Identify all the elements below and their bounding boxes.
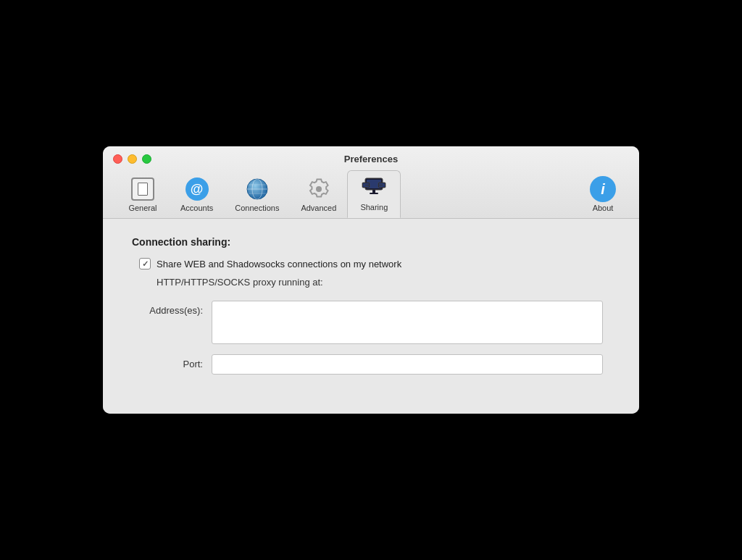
- maximize-button[interactable]: [142, 154, 151, 164]
- share-checkbox-label: Share WEB and Shadowsocks connections on…: [157, 259, 401, 269]
- titlebar: Preferences General @: [103, 146, 639, 219]
- tab-connections[interactable]: Connections: [224, 171, 290, 218]
- connections-icon: [244, 176, 270, 202]
- section-title: Connection sharing:: [132, 236, 610, 248]
- close-button[interactable]: [113, 154, 122, 164]
- tab-group: General @ Accounts: [116, 170, 580, 218]
- address-row: Address(es):: [132, 301, 610, 344]
- tab-accounts[interactable]: @ Accounts: [170, 171, 224, 218]
- port-label: Port:: [132, 354, 212, 369]
- share-checkbox[interactable]: [139, 258, 151, 269]
- port-input[interactable]: [212, 354, 603, 375]
- accounts-icon: @: [184, 176, 210, 202]
- tab-sharing[interactable]: Sharing: [347, 170, 401, 218]
- tab-advanced-label: Advanced: [301, 204, 336, 212]
- tab-connections-label: Connections: [235, 204, 279, 212]
- traffic-lights: [113, 154, 151, 164]
- toolbar: General @ Accounts: [113, 170, 629, 218]
- tab-sharing-label: Sharing: [360, 203, 388, 212]
- preferences-window: Preferences General @: [103, 146, 639, 414]
- svg-rect-8: [370, 193, 378, 194]
- proxy-info-text: HTTP/HTTPS/SOCKS proxy running at:: [157, 277, 610, 288]
- about-icon: i: [590, 176, 616, 202]
- tab-general[interactable]: General: [116, 171, 170, 218]
- svg-rect-7: [372, 190, 375, 193]
- tab-accounts-label: Accounts: [180, 204, 213, 212]
- about-label: About: [593, 204, 614, 212]
- general-icon: [130, 176, 156, 202]
- advanced-icon: [306, 176, 332, 202]
- window-title: Preferences: [344, 154, 398, 164]
- about-button[interactable]: i About: [580, 172, 626, 218]
- tab-general-label: General: [128, 204, 157, 212]
- port-row: Port:: [132, 354, 610, 375]
- tab-advanced[interactable]: Advanced: [290, 171, 347, 218]
- address-label: Address(es):: [132, 301, 212, 316]
- minimize-button[interactable]: [128, 154, 137, 164]
- sharing-icon: [361, 175, 387, 201]
- address-input[interactable]: [212, 301, 603, 344]
- share-checkbox-row: Share WEB and Shadowsocks connections on…: [139, 258, 610, 269]
- content-area: Connection sharing: Share WEB and Shadow…: [103, 219, 639, 414]
